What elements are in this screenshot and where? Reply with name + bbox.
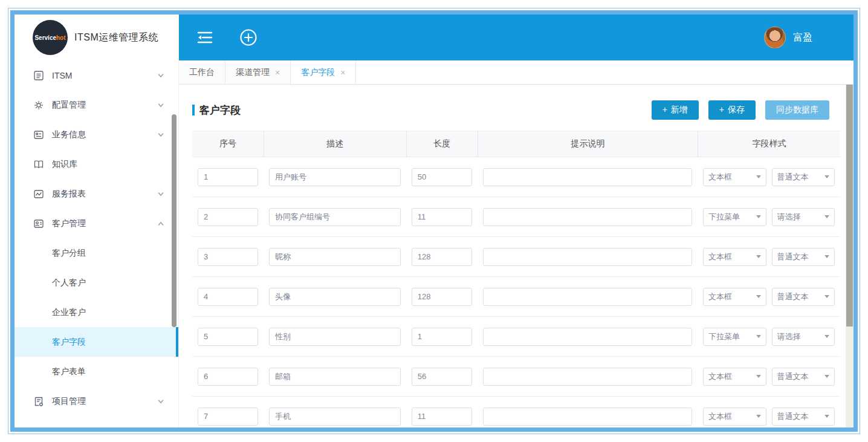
field-style-select[interactable]: 下拉菜单 (703, 208, 766, 226)
caret-down-icon (756, 295, 761, 298)
chevron-down-icon (157, 71, 165, 80)
caret-down-icon (824, 255, 829, 258)
row-hint-input[interactable] (483, 408, 692, 426)
page-title-text: 客户字段 (199, 103, 241, 117)
sidebar-subitem-客户表单[interactable]: 客户表单 (15, 357, 178, 386)
row-description-input[interactable] (269, 168, 401, 186)
text-type-select[interactable]: 普通文本 (772, 408, 835, 426)
main-scrollbar-thumb[interactable] (846, 85, 853, 327)
select-value: 普通文本 (777, 291, 822, 302)
field-style-select[interactable]: 下拉菜单 (703, 328, 766, 346)
text-type-select[interactable]: 普通文本 (772, 168, 835, 186)
row-number-input[interactable] (198, 328, 258, 346)
user-menu[interactable]: 富盈 (764, 27, 812, 48)
add-tab-icon[interactable] (239, 28, 257, 47)
row-description-input[interactable] (269, 368, 401, 386)
window-frame-inner: Servicehot ITSM运维管理系统 ITSM配置管理业务信息知识库服务报… (10, 10, 858, 432)
caret-down-icon (824, 295, 829, 298)
row-description-input[interactable] (269, 408, 401, 426)
row-number-input[interactable] (198, 408, 258, 426)
row-hint-input[interactable] (483, 328, 692, 346)
close-tab-icon[interactable]: × (275, 68, 280, 77)
caret-down-icon (756, 215, 761, 218)
button-label: 保存 (728, 105, 745, 114)
text-type-select[interactable]: 请选择 (772, 328, 835, 346)
row-number-input[interactable] (198, 248, 258, 266)
table-row: 文本框普通文本 (192, 357, 840, 397)
sidebar-item-ITSM[interactable]: ITSM (15, 60, 178, 90)
row-hint-input[interactable] (483, 168, 692, 186)
tab-渠道管理[interactable]: 渠道管理× (225, 60, 291, 84)
sidebar-item-业务信息[interactable]: 业务信息 (15, 120, 178, 149)
table-row: 下拉菜单请选择 (192, 317, 840, 357)
tab-工作台[interactable]: 工作台 (179, 60, 225, 84)
row-hint-input[interactable] (483, 208, 692, 226)
sidebar-item-知识库[interactable]: 知识库 (15, 149, 178, 179)
add-button[interactable]: +新增 (652, 100, 699, 120)
action-buttons: +新增+保存同步数据库 (652, 100, 829, 120)
select-value: 请选择 (777, 331, 822, 342)
sidebar-item-服务报表[interactable]: 服务报表 (15, 179, 178, 209)
row-length-input[interactable] (412, 408, 472, 426)
row-length-input[interactable] (412, 208, 472, 226)
sync-database-button[interactable]: 同步数据库 (765, 100, 829, 120)
select-value: 文本框 (708, 371, 753, 382)
close-tab-icon[interactable]: × (340, 68, 345, 77)
row-length-input[interactable] (412, 248, 472, 266)
table-row: 文本框普通文本 (192, 237, 840, 277)
column-header-描述: 描述 (264, 131, 406, 157)
user-avatar (764, 27, 786, 48)
row-number-input[interactable] (198, 288, 258, 306)
page-title: 客户字段 (192, 103, 241, 117)
button-label: 新增 (671, 105, 688, 114)
sidebar-item-label: ITSM (52, 71, 157, 80)
row-hint-input[interactable] (483, 288, 692, 306)
select-value: 文本框 (708, 172, 753, 183)
select-value: 普通文本 (777, 172, 822, 183)
sidebar-subitem-企业客户[interactable]: 企业客户 (15, 297, 178, 327)
row-description-input[interactable] (269, 328, 401, 346)
tab-客户字段[interactable]: 客户字段× (291, 60, 356, 84)
field-style-select[interactable]: 文本框 (703, 408, 766, 426)
select-value: 普通文本 (777, 411, 822, 422)
customer-icon (33, 218, 45, 230)
text-type-select[interactable]: 普通文本 (772, 248, 835, 266)
row-hint-input[interactable] (483, 368, 692, 386)
text-type-select[interactable]: 普通文本 (772, 368, 835, 386)
sidebar-item-label: 知识库 (52, 159, 157, 170)
sidebar-item-项目管理[interactable]: 项目管理 (15, 386, 178, 416)
sidebar-item-label: 客户管理 (52, 218, 157, 229)
field-style-select[interactable]: 文本框 (703, 368, 766, 386)
user-name: 富盈 (793, 31, 812, 44)
sidebar-subitem-客户分组[interactable]: 客户分组 (15, 238, 178, 268)
field-style-select[interactable]: 文本框 (703, 288, 766, 306)
logo-row: Servicehot ITSM运维管理系统 (15, 15, 178, 60)
row-hint-input[interactable] (483, 248, 692, 266)
sidebar-item-配置管理[interactable]: 配置管理 (15, 90, 178, 120)
main-scrollbar[interactable] (846, 85, 853, 427)
row-length-input[interactable] (412, 168, 472, 186)
row-number-input[interactable] (198, 168, 258, 186)
select-value: 文本框 (708, 291, 753, 302)
text-type-select[interactable]: 普通文本 (772, 288, 835, 306)
sidebar-scrollbar[interactable] (172, 114, 177, 327)
row-number-input[interactable] (198, 208, 258, 226)
plus-icon: + (719, 105, 724, 114)
row-length-input[interactable] (412, 328, 472, 346)
select-value: 下拉菜单 (708, 212, 753, 223)
row-description-input[interactable] (269, 208, 401, 226)
sidebar-subitem-个人客户[interactable]: 个人客户 (15, 268, 178, 297)
row-length-input[interactable] (412, 288, 472, 306)
sidebar-item-label: 项目管理 (52, 396, 157, 407)
text-type-select[interactable]: 请选择 (772, 208, 835, 226)
field-style-select[interactable]: 文本框 (703, 168, 766, 186)
row-description-input[interactable] (269, 288, 401, 306)
field-style-select[interactable]: 文本框 (703, 248, 766, 266)
row-description-input[interactable] (269, 248, 401, 266)
sidebar-item-客户管理[interactable]: 客户管理 (15, 209, 178, 238)
collapse-sidebar-icon[interactable] (196, 30, 214, 45)
row-length-input[interactable] (412, 368, 472, 386)
row-number-input[interactable] (198, 368, 258, 386)
save-button[interactable]: +保存 (708, 100, 756, 120)
sidebar-subitem-客户字段[interactable]: 客户字段 (15, 327, 178, 357)
